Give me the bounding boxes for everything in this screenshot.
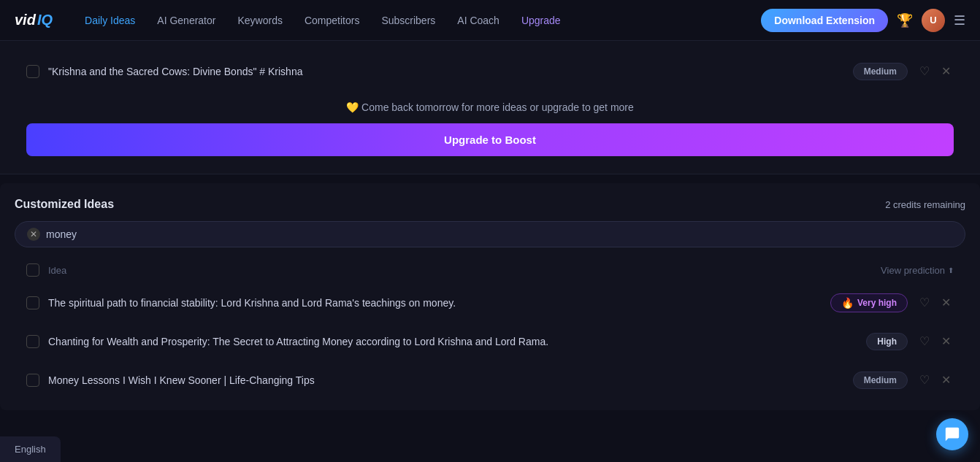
customized-ideas-section: Customized Ideas 2 credits remaining ✕ m…	[0, 183, 980, 410]
idea-row-1: Chanting for Wealth and Prosperity: The …	[15, 323, 965, 360]
like-icon-krishna[interactable]: ♡	[916, 61, 933, 81]
idea-checkbox-2[interactable]	[26, 374, 39, 387]
idea-text-krishna: "Krishna and the Sacred Cows: Divine Bon…	[48, 66, 844, 77]
idea-checkbox-1[interactable]	[26, 335, 39, 348]
logo: vid IQ	[15, 12, 53, 28]
dismiss-icon-2[interactable]: ✕	[938, 370, 954, 390]
tag-input[interactable]: ✕ money	[15, 221, 965, 247]
like-icon-1[interactable]: ♡	[916, 331, 933, 351]
idea-text-1: Chanting for Wealth and Prosperity: The …	[48, 336, 857, 347]
top-section: "Krishna and the Sacred Cows: Divine Bon…	[0, 41, 980, 174]
trophy-icon: 🏆	[897, 12, 913, 28]
idea-row-2: Money Lessons I Wish I Knew Sooner | Lif…	[15, 361, 965, 399]
avatar[interactable]: U	[922, 9, 945, 32]
upgrade-message: 💛 Come back tomorrow for more ideas or u…	[15, 90, 965, 123]
idea-checkbox-krishna[interactable]	[26, 65, 39, 78]
download-extension-button[interactable]: Download Extension	[761, 9, 888, 32]
like-icon-0[interactable]: ♡	[916, 293, 933, 312]
nav-ai-generator[interactable]: AI Generator	[148, 10, 224, 31]
sort-icon: ⬆	[948, 266, 954, 274]
nav-competitors[interactable]: Competitors	[296, 10, 368, 31]
idea-row-0: The spiritual path to financial stabilit…	[15, 284, 965, 321]
credits-remaining: 2 credits remaining	[885, 199, 965, 210]
section-title: Customized Ideas	[15, 198, 114, 211]
column-prediction-header[interactable]: View prediction ⬆	[881, 265, 954, 276]
badge-medium-krishna: Medium	[853, 63, 908, 80]
select-all-checkbox[interactable]	[26, 263, 39, 277]
footer-language: English	[0, 436, 61, 462]
dismiss-icon-0[interactable]: ✕	[938, 293, 954, 312]
idea-checkbox-0[interactable]	[26, 296, 39, 309]
upgrade-boost-button[interactable]: Upgrade to Boost	[26, 123, 954, 156]
nav-ai-coach[interactable]: AI Coach	[448, 10, 508, 31]
action-icons-0: ♡ ✕	[916, 293, 954, 312]
badge-medium-2: Medium	[853, 371, 908, 389]
flame-icon-0: 🔥	[841, 297, 854, 309]
navbar: vid IQ Daily Ideas AI Generator Keywords…	[0, 0, 980, 41]
chat-button[interactable]	[936, 418, 968, 450]
nav-keywords[interactable]: Keywords	[229, 10, 291, 31]
main-content: "Krishna and the Sacred Cows: Divine Bon…	[0, 41, 980, 425]
ideas-list: The spiritual path to financial stabilit…	[15, 284, 965, 399]
chat-icon	[944, 426, 960, 442]
action-icons-1: ♡ ✕	[916, 331, 954, 351]
column-idea-header: Idea	[48, 265, 881, 276]
like-icon-2[interactable]: ♡	[916, 370, 933, 390]
nav-right: Download Extension 🏆 U ☰	[761, 9, 965, 32]
idea-row-krishna: "Krishna and the Sacred Cows: Divine Bon…	[15, 53, 965, 90]
badge-high-1: High	[866, 333, 908, 350]
action-icons-2: ♡ ✕	[916, 370, 954, 390]
tag-text: money	[46, 228, 77, 240]
section-header: Customized Ideas 2 credits remaining	[15, 198, 965, 211]
tag-remove-button[interactable]: ✕	[27, 228, 40, 241]
nav-subscribers[interactable]: Subscribers	[372, 10, 444, 31]
dismiss-icon-1[interactable]: ✕	[938, 331, 954, 351]
table-header: Idea View prediction ⬆	[15, 259, 965, 281]
idea-text-0: The spiritual path to financial stabilit…	[48, 297, 822, 309]
nav-upgrade[interactable]: Upgrade	[513, 10, 570, 31]
menu-icon[interactable]: ☰	[954, 12, 965, 28]
nav-links: Daily Ideas AI Generator Keywords Compet…	[76, 10, 761, 31]
idea-text-2: Money Lessons I Wish I Knew Sooner | Lif…	[48, 374, 844, 386]
dismiss-icon-krishna[interactable]: ✕	[938, 61, 954, 81]
badge-very-high-0: 🔥 Very high	[830, 293, 908, 312]
action-icons-krishna: ♡ ✕	[916, 61, 954, 81]
nav-daily-ideas[interactable]: Daily Ideas	[76, 10, 144, 31]
